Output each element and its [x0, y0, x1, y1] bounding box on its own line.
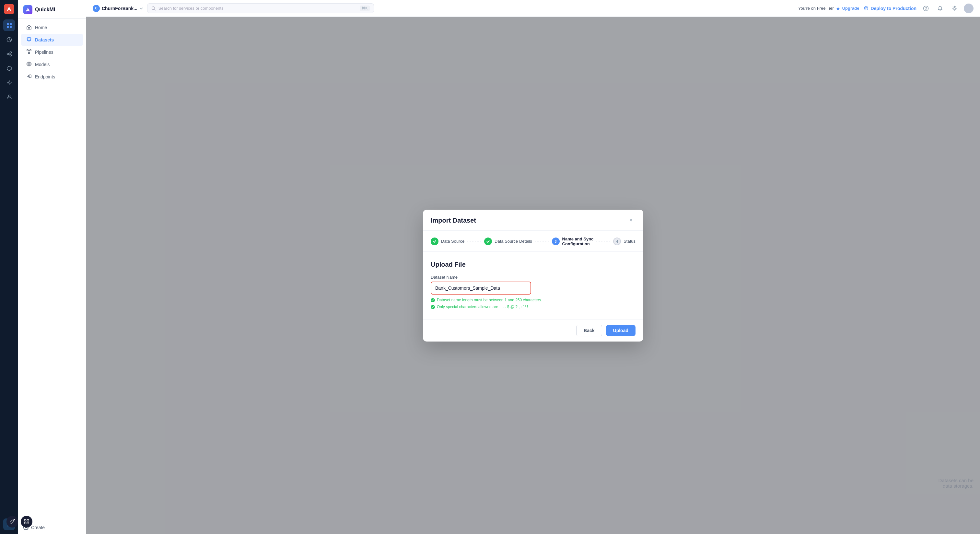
sidebar-item-pipelines[interactable]: Pipelines: [21, 46, 83, 58]
svg-rect-14: [27, 49, 28, 51]
dataset-name-input[interactable]: [431, 281, 531, 294]
modal-header: Import Dataset ×: [423, 210, 643, 231]
dataset-name-group: Dataset Name Dataset name le: [431, 275, 635, 310]
models-icon: [26, 62, 32, 67]
step-2-circle: [484, 237, 492, 245]
svg-point-25: [152, 6, 154, 10]
gear-icon: [952, 5, 957, 11]
svg-point-7: [10, 54, 11, 56]
create-button[interactable]: Create: [23, 525, 81, 530]
modal-close-button[interactable]: ×: [627, 216, 635, 225]
step-1-label: Data Source: [441, 239, 465, 244]
sidebar-item-pipelines-label: Pipelines: [35, 49, 54, 55]
search-icon: [151, 6, 156, 11]
free-tier-badge: You're on Free Tier Upgrade: [798, 6, 859, 11]
top-header: C ChurnForBank... Search for services or…: [86, 0, 980, 17]
sidebar-item-home[interactable]: Home: [21, 22, 83, 33]
project-badge: C: [93, 5, 100, 12]
deploy-to-production-button[interactable]: Deploy to Production: [864, 6, 916, 11]
sidebar-item-home-label: Home: [35, 25, 47, 30]
settings-rail-icon[interactable]: [3, 76, 15, 88]
svg-point-13: [27, 38, 31, 39]
upgrade-link[interactable]: Upgrade: [842, 6, 859, 11]
svg-rect-36: [27, 522, 29, 524]
svg-point-32: [431, 305, 435, 309]
step-data-source-details: Data Source Details: [484, 237, 532, 245]
sidebar-item-endpoints-label: Endpoints: [35, 74, 55, 79]
main-area: C ChurnForBank... Search for services or…: [86, 0, 980, 534]
modal-title: Import Dataset: [431, 217, 476, 224]
step-data-source: Data Source: [431, 237, 465, 245]
svg-line-26: [154, 9, 156, 10]
dataset-name-label: Dataset Name: [431, 275, 635, 280]
svg-rect-16: [28, 52, 30, 54]
validation-msg-2-text: Only special characters allowed are _ - …: [437, 305, 528, 309]
svg-line-8: [8, 53, 10, 54]
header-right: You're on Free Tier Upgrade Deploy to Pr…: [798, 3, 974, 13]
search-bar[interactable]: Search for services or components ⌘K: [147, 3, 374, 13]
help-icon: [923, 5, 929, 11]
project-name: ChurnForBank...: [102, 6, 137, 11]
sidebar-header: QuickML: [18, 0, 86, 19]
app-logo-icon[interactable]: [4, 4, 14, 14]
floating-tool-button[interactable]: [6, 516, 18, 528]
validation-messages: Dataset name length must be between 1 an…: [431, 298, 635, 310]
deploy-label: Deploy to Production: [870, 6, 916, 11]
user-avatar[interactable]: [964, 3, 974, 13]
sidebar-item-models-label: Models: [35, 62, 49, 67]
chevron-down-icon: [139, 6, 143, 10]
check-icon-1: [431, 298, 435, 303]
users-rail-icon[interactable]: [3, 91, 15, 102]
home-icon: [26, 25, 32, 30]
step-connector-3: [596, 241, 611, 242]
grid-floating-button[interactable]: [21, 516, 32, 528]
step-2-label: Data Source Details: [495, 239, 532, 244]
svg-point-10: [8, 82, 10, 83]
svg-point-29: [926, 10, 926, 10]
settings-button[interactable]: [950, 3, 959, 13]
help-button[interactable]: [921, 3, 931, 13]
endpoints-icon: [26, 74, 32, 80]
sidebar-item-endpoints[interactable]: Endpoints: [21, 71, 83, 83]
sidebar-item-datasets[interactable]: Datasets: [21, 34, 83, 46]
step-name-sync: 3 Name and SyncConfiguration: [552, 237, 594, 246]
sidebar-item-datasets-label: Datasets: [35, 37, 54, 43]
svg-marker-27: [836, 6, 840, 10]
modal-body: Upload File Dataset Name: [423, 252, 643, 319]
svg-rect-0: [7, 23, 9, 25]
upload-file-title: Upload File: [431, 261, 635, 268]
sidebar-nav: Home Datasets Pi: [18, 19, 86, 521]
stepper: Data Source Data Source Details: [423, 231, 643, 252]
search-placeholder: Search for services or components: [159, 6, 224, 11]
validation-msg-1-text: Dataset name length must be between 1 an…: [437, 298, 542, 302]
svg-rect-33: [24, 520, 26, 521]
svg-rect-12: [28, 27, 30, 29]
check-icon-2: [431, 305, 435, 310]
svg-point-11: [8, 95, 10, 97]
analytics-rail-icon[interactable]: [3, 34, 15, 45]
create-label: Create: [31, 525, 45, 530]
svg-rect-34: [27, 520, 29, 521]
components-rail-icon[interactable]: [3, 62, 15, 74]
step-4-circle: 4: [613, 237, 621, 245]
network-rail-icon[interactable]: [3, 48, 15, 60]
notifications-button[interactable]: [935, 3, 945, 13]
bell-icon: [937, 6, 943, 11]
svg-rect-2: [7, 26, 9, 28]
import-dataset-modal: Import Dataset × Data Source: [423, 210, 643, 342]
star-icon: [836, 6, 840, 11]
svg-line-9: [8, 54, 10, 55]
search-shortcut: ⌘K: [360, 5, 369, 11]
svg-rect-35: [24, 522, 26, 524]
content-area: Datasets can be data storages. Import Da…: [86, 17, 980, 534]
modal-footer: Back Upload: [423, 319, 643, 342]
sidebar-item-models[interactable]: Models: [21, 59, 83, 70]
project-selector[interactable]: C ChurnForBank...: [93, 5, 143, 12]
free-tier-text: You're on Free Tier: [798, 6, 834, 11]
wrench-icon: [10, 519, 15, 524]
upload-button[interactable]: Upload: [606, 325, 635, 336]
back-button[interactable]: Back: [576, 325, 602, 336]
icon-rail: [0, 0, 18, 534]
dashboard-rail-icon[interactable]: [3, 19, 15, 31]
rocket-icon: [864, 6, 869, 11]
